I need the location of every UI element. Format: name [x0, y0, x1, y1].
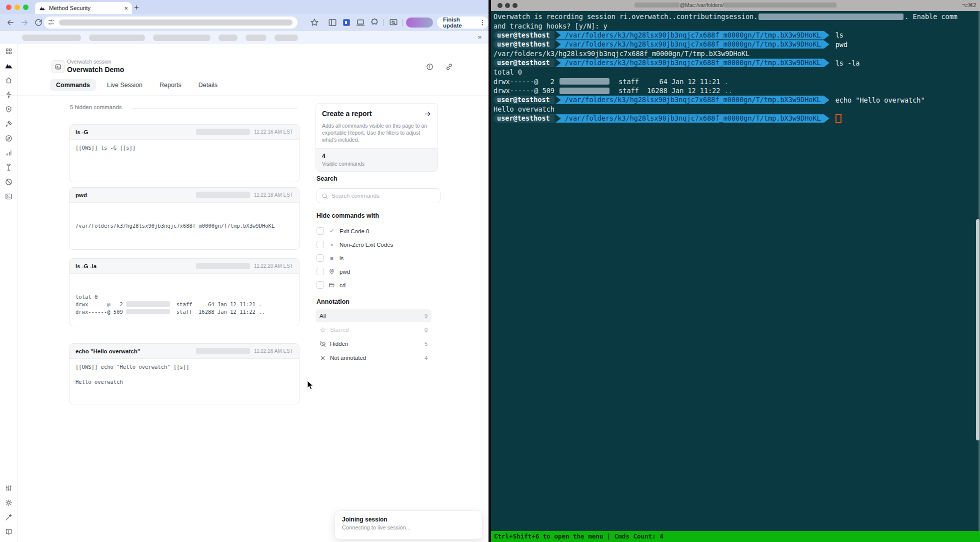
checkbox[interactable]: [316, 254, 324, 262]
command-card[interactable]: ls -G11:22:16 AM EST[[OWS]] ls -G [[s]]: [69, 124, 300, 182]
check-icon: ✓: [328, 228, 335, 234]
tab-details[interactable]: Details: [192, 79, 224, 91]
profile-avatar[interactable]: [406, 18, 433, 28]
bookmark-redacted[interactable]: [89, 35, 145, 41]
address-bar[interactable]: [44, 17, 298, 29]
hidden-commands-note[interactable]: 5 hidden commands: [70, 104, 122, 110]
finish-update-button[interactable]: Finish update ⋮: [437, 17, 488, 29]
command-card-header[interactable]: ls -G11:22:16 AM EST: [70, 125, 299, 140]
arrow-right-icon[interactable]: [424, 110, 432, 118]
globe-slash-icon: [5, 178, 12, 186]
terminal-cursor: [836, 114, 842, 123]
create-report-description: Adds all commands visible on this page t…: [316, 122, 438, 148]
checkbox[interactable]: [316, 227, 324, 235]
terminal-output[interactable]: Overwatch is recording session ri.overwa…: [494, 12, 976, 123]
cast-icon[interactable]: [356, 18, 365, 27]
rail-wand-sparkle-button[interactable]: [0, 510, 17, 524]
bookmark-redacted[interactable]: [22, 35, 81, 41]
bookmark-redacted[interactable]: [153, 35, 210, 41]
command-card-header[interactable]: echo "Hello overwatch"11:22:26 AM EST: [70, 344, 299, 359]
bookmark-redacted[interactable]: [274, 35, 298, 41]
browser-window: Method Security × + Finish update ⋮ »: [0, 0, 488, 542]
tab-reports[interactable]: Reports: [154, 79, 188, 91]
tab-favicon-method-logo-icon: [39, 5, 46, 12]
reload-icon[interactable]: [34, 18, 43, 27]
annotation-row-all[interactable]: All9: [316, 309, 432, 322]
rail-globe-slash-button[interactable]: [0, 175, 17, 189]
tab-close-icon[interactable]: ×: [124, 5, 128, 12]
filter-row-pwd[interactable]: pwd: [316, 265, 432, 278]
annotation-label: Starred: [330, 327, 349, 333]
forward-icon[interactable]: [20, 18, 29, 27]
rail-signal-bars-button[interactable]: [0, 146, 17, 160]
redacted-user-badge: [196, 348, 250, 354]
window-minimize-button[interactable]: [14, 5, 20, 10]
terminal-window[interactable]: @Mac:/var/folders/ ⌥⌘2 Overwatch is reco…: [491, 0, 980, 542]
prompt-user: user@testhost: [494, 31, 554, 40]
filter-row-cd[interactable]: cd: [316, 278, 432, 292]
rail-terminal-button[interactable]: [0, 189, 17, 204]
rail-method-logo-button[interactable]: [0, 59, 17, 73]
rail-sliders-button[interactable]: [0, 481, 17, 495]
terminal-scrollbar-thumb[interactable]: [976, 219, 980, 440]
rail-antenna-button[interactable]: [0, 160, 17, 175]
annotation-row-not-annotated[interactable]: Not annotated4: [316, 351, 432, 364]
window-close-button[interactable]: [6, 5, 12, 10]
command-text: pwd: [76, 192, 87, 198]
info-icon[interactable]: [426, 63, 434, 71]
extensions-puzzle-icon[interactable]: [370, 18, 379, 27]
tab-search-icon[interactable]: [389, 18, 398, 27]
rail-sun-button[interactable]: [0, 495, 17, 510]
checkbox[interactable]: [316, 268, 324, 275]
redacted-user-badge: [196, 192, 250, 198]
terminal-title-bar[interactable]: @Mac:/var/folders/ ⌥⌘2: [491, 0, 980, 11]
browser-menu-kebab-icon[interactable]: ⋮: [480, 19, 486, 26]
command-card-header[interactable]: ls -G -la11:22:20 AM EST: [70, 259, 299, 274]
rail-shield-plus-button[interactable]: [0, 102, 17, 117]
back-icon[interactable]: [6, 18, 15, 27]
command-card[interactable]: echo "Hello overwatch"11:22:26 AM EST[[O…: [69, 343, 300, 404]
side-panel-icon[interactable]: [328, 18, 337, 27]
visible-commands-label: Visible commands: [322, 161, 432, 167]
terminal-output-line: and tracking hooks? [y/N]: y: [494, 22, 976, 31]
annotation-count: 0: [424, 327, 428, 333]
bookmark-redacted[interactable]: [246, 35, 266, 41]
search-input[interactable]: Search commands: [316, 188, 440, 203]
rail-book-button[interactable]: [0, 524, 17, 539]
bookmarks-overflow-chevron-icon[interactable]: »: [478, 33, 482, 41]
terminal-status-bar: Ctrl+Shift+6 to open the menu | Cmds Cou…: [491, 531, 980, 542]
rail-satellite-button[interactable]: [0, 117, 17, 131]
browser-tab[interactable]: Method Security ×: [35, 2, 132, 14]
command-card[interactable]: pwd11:22:18 AM EST /var/folders/k3/hg28l…: [69, 187, 300, 250]
terminal-prompt-line: user@testhost/var/folders/k3/hg28lsx90jb…: [494, 31, 976, 40]
toast-message: Connecting to live session...: [342, 524, 475, 530]
terminal-text: staff 64 Jan 12 11:21: [610, 77, 724, 87]
tab-commands[interactable]: Commands: [50, 79, 96, 91]
command-card-header[interactable]: pwd11:22:18 AM EST: [70, 188, 299, 203]
password-extension-icon[interactable]: [342, 18, 351, 27]
bookmark-star-icon[interactable]: [310, 18, 319, 27]
bookmark-redacted[interactable]: [218, 35, 238, 41]
site-settings-icon[interactable]: [48, 19, 55, 26]
terminal-text: staff 16288 Jan 12 11:22: [610, 86, 724, 96]
new-tab-button[interactable]: +: [131, 2, 142, 13]
create-report-card[interactable]: Create a report Adds all commands visibl…: [316, 103, 438, 172]
tab-live-session[interactable]: Live Session: [101, 79, 148, 91]
filter-row-non-zero-exit-codes[interactable]: ×Non-Zero Exit Codes: [316, 238, 432, 251]
copy-link-icon[interactable]: [446, 63, 453, 71]
command-card[interactable]: ls -G -la11:22:20 AM EST total 0drwx----…: [69, 258, 300, 326]
annotation-row-starred[interactable]: Starred0: [316, 323, 432, 336]
rail-home-button[interactable]: [0, 73, 17, 88]
annotation-row-hidden[interactable]: Hidden5: [316, 337, 432, 350]
filter-row-ls[interactable]: ≡ls: [316, 251, 432, 265]
checkbox[interactable]: [316, 281, 324, 289]
prompt-user: user@testhost: [494, 59, 554, 67]
rail-apps-grid-button[interactable]: [0, 44, 17, 59]
rail-compass-button[interactable]: [0, 131, 17, 146]
annotation-count: 5: [424, 341, 428, 347]
window-zoom-button[interactable]: [23, 5, 28, 10]
terminal-output-line: total 0: [494, 68, 976, 77]
checkbox[interactable]: [316, 241, 324, 248]
app-left-rail: [0, 44, 18, 542]
filter-row-exit-code-0[interactable]: ✓Exit Code 0: [316, 224, 432, 238]
